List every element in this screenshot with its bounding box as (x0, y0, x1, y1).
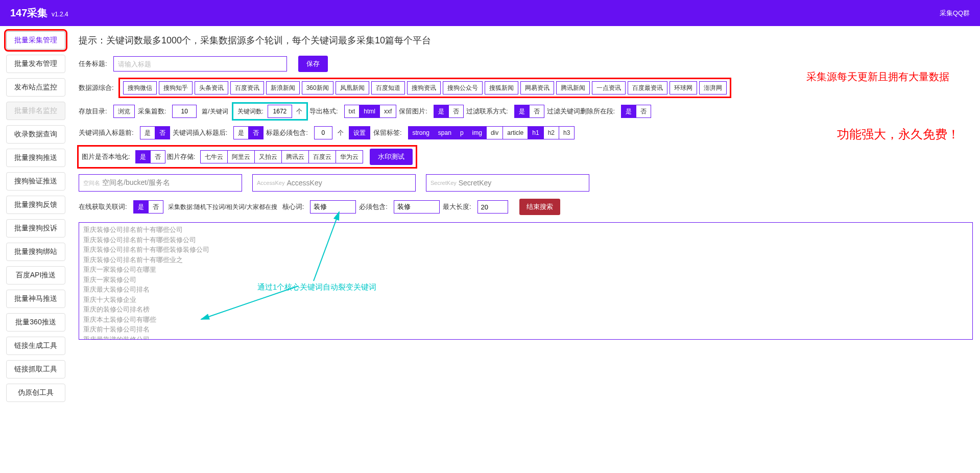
tag-h2[interactable]: h2 (543, 126, 559, 139)
source-13[interactable]: 一点资讯 (592, 81, 626, 94)
tag-h1[interactable]: h1 (528, 126, 543, 139)
count-label: 采集篇数: (138, 107, 166, 116)
sidebar-item-8[interactable]: 批量搜狗投诉 (6, 219, 65, 238)
source-14[interactable]: 百度最资讯 (628, 81, 667, 94)
source-2[interactable]: 头条资讯 (195, 81, 228, 94)
annotation-powerful: 功能强大，永久免费！ (837, 126, 960, 143)
accesskey-input[interactable]: AccessKey AccessKey (252, 174, 416, 192)
tag-img[interactable]: img (468, 126, 487, 139)
source-15[interactable]: 环球网 (670, 81, 697, 94)
tag-p[interactable]: p (456, 126, 468, 139)
store-3[interactable]: 腾讯云 (281, 150, 309, 163)
qq-group-link[interactable]: 采集QQ群 (940, 9, 970, 18)
source-3[interactable]: 百度资讯 (230, 81, 264, 94)
source-4[interactable]: 新浪新闻 (266, 81, 300, 94)
tag-div[interactable]: div (486, 126, 503, 139)
store-0[interactable]: 七牛云 (200, 150, 228, 163)
source-11[interactable]: 网易资讯 (520, 81, 554, 94)
sidebar-item-4[interactable]: 收录数据查询 (6, 125, 65, 144)
sidebar-item-5[interactable]: 批量搜狗推送 (6, 149, 65, 167)
annotation-sources: 采集源每天更新且拥有大量数据 (806, 70, 949, 84)
count-input[interactable] (172, 105, 197, 118)
keepimg-no[interactable]: 否 (448, 105, 464, 118)
img-local-yes[interactable]: 是 (135, 150, 151, 163)
secretkey-input[interactable]: SecretKey SecretKey (426, 174, 589, 192)
store-4[interactable]: 百度云 (308, 150, 336, 163)
sidebar-item-9[interactable]: 批量搜狗绑站 (6, 243, 65, 261)
tag-article[interactable]: article (503, 126, 528, 139)
source-8[interactable]: 搜狗资讯 (407, 81, 441, 94)
tag-h3[interactable]: h3 (559, 126, 575, 139)
must2-label: 必须包含: (359, 202, 388, 211)
sidebar-item-11[interactable]: 批量神马推送 (6, 290, 65, 308)
max-input[interactable] (477, 200, 508, 214)
save-button[interactable]: 保存 (298, 56, 328, 72)
space-input[interactable]: 空间名 空间名/bucket/服务名 (79, 174, 242, 192)
source-6[interactable]: 凤凰新闻 (336, 81, 369, 94)
fmt-html[interactable]: html (359, 105, 380, 118)
source-10[interactable]: 搜狐新闻 (485, 81, 518, 94)
result-line: 重庆装修公司排名前十有哪些装修装修公司 (83, 245, 968, 255)
online-label: 在线获取关联词: (79, 202, 127, 211)
source-16[interactable]: 澎湃网 (699, 81, 727, 94)
store-2[interactable]: 又拍云 (254, 150, 282, 163)
sidebar-item-0[interactable]: 批量采集管理 (6, 31, 65, 50)
kw-label: 关键词数: (235, 107, 266, 116)
source-12[interactable]: 腾讯新闻 (556, 81, 590, 94)
source-1[interactable]: 搜狗知乎 (159, 81, 193, 94)
store-1[interactable]: 阿里云 (227, 150, 255, 163)
set-button[interactable]: 设置 (349, 126, 370, 139)
sidebar-item-3: 批量排名监控 (6, 102, 65, 120)
fmt-xxf[interactable]: xxf (379, 105, 396, 118)
filterkw-no[interactable]: 否 (636, 105, 651, 118)
source-0[interactable]: 搜狗微信 (123, 81, 157, 94)
img-local-no[interactable]: 否 (150, 150, 165, 163)
kw-after-yes[interactable]: 是 (233, 126, 249, 139)
count-unit: 篇/关键词 (200, 107, 230, 116)
core-input[interactable] (310, 200, 356, 214)
sidebar-item-10[interactable]: 百度API推送 (6, 266, 65, 285)
results-textarea[interactable]: 重庆装修公司排名前十有哪些公司重庆装修公司排名前十有哪些装修公司重庆装修公司排名… (79, 222, 973, 340)
sidebar-item-14[interactable]: 链接抓取工具 (6, 360, 65, 379)
task-title-input[interactable] (113, 56, 287, 72)
keepimg-yes[interactable]: 是 (434, 105, 449, 118)
kw-after-no[interactable]: 否 (248, 126, 264, 139)
watermark-button[interactable]: 水印测试 (370, 149, 413, 165)
filtercontact-yes[interactable]: 是 (514, 105, 530, 118)
tag-span[interactable]: span (434, 126, 456, 139)
img-local-highlight: 图片是否本地化: 是 否 图片存储: 七牛云阿里云又拍云腾讯云百度云华为云 水印… (79, 147, 416, 167)
kw-before-no[interactable]: 否 (155, 126, 170, 139)
sidebar-item-15[interactable]: 伪原创工具 (6, 384, 65, 402)
browse-button[interactable]: 浏览 (113, 105, 135, 118)
sidebar-item-13[interactable]: 链接生成工具 (6, 337, 65, 355)
kw-unit: 个 (294, 107, 304, 116)
must-label: 标题必须包含: (266, 128, 308, 137)
keyword-count-highlight: 关键词数: 个 (233, 104, 306, 119)
sidebar-item-1[interactable]: 批量发布管理 (6, 55, 65, 73)
sidebar-item-12[interactable]: 批量360推送 (6, 313, 65, 332)
task-title-label: 任务标题: (79, 59, 107, 68)
filtercontact-no[interactable]: 否 (529, 105, 544, 118)
source-5[interactable]: 360新闻 (302, 81, 333, 94)
online-yes[interactable]: 是 (133, 200, 149, 214)
sidebar-item-7[interactable]: 批量搜狗反馈 (6, 196, 65, 214)
online-no[interactable]: 否 (148, 200, 163, 214)
max-label: 最大长度: (443, 202, 471, 211)
kw-before-yes[interactable]: 是 (140, 126, 155, 139)
tag-strong[interactable]: strong (408, 126, 434, 139)
source-7[interactable]: 百度知道 (371, 81, 405, 94)
store-5[interactable]: 华为云 (336, 150, 363, 163)
kw-input[interactable] (268, 105, 292, 118)
must2-input[interactable] (394, 200, 440, 214)
must-input[interactable] (314, 126, 332, 139)
fmt-label: 导出格式: (309, 107, 338, 116)
filterkw-yes[interactable]: 是 (621, 105, 636, 118)
result-line: 重庆装修公司排名前十有哪些公司 (83, 225, 968, 235)
fmt-txt[interactable]: txt (344, 105, 360, 118)
img-local-label: 图片是否本地化: (82, 152, 130, 161)
kw-before-label: 关键词插入标题前: (79, 128, 134, 137)
sidebar-item-2[interactable]: 发布站点监控 (6, 78, 65, 97)
source-9[interactable]: 搜狗公众号 (443, 81, 483, 94)
sidebar-item-6[interactable]: 搜狗验证推送 (6, 172, 65, 191)
end-search-button[interactable]: 结束搜索 (519, 199, 560, 215)
